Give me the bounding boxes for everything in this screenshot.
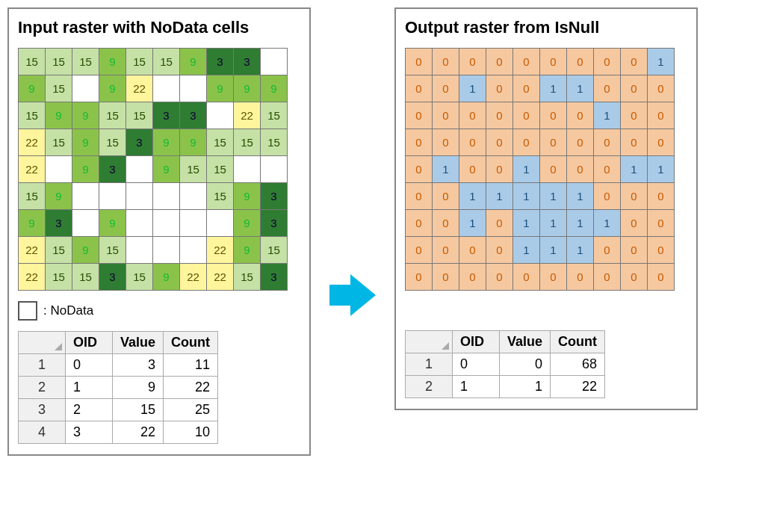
raster-cell: 9 xyxy=(72,237,99,263)
raster-cell xyxy=(180,237,206,263)
raster-cell: 9 xyxy=(153,156,179,182)
raster-cell: 9 xyxy=(46,102,72,129)
raster-cell: 0 xyxy=(406,129,432,155)
table-row: 321525 xyxy=(19,399,218,421)
raster-cell: 0 xyxy=(486,156,512,182)
raster-cell xyxy=(153,210,179,236)
raster-cell: 0 xyxy=(406,156,432,182)
raster-cell: 0 xyxy=(433,264,459,290)
input-attribute-table: OIDValueCount1031121922321525432210 xyxy=(18,331,218,444)
raster-cell: 15 xyxy=(46,264,72,290)
raster-cell: 22 xyxy=(207,264,233,290)
row-number: 3 xyxy=(19,399,66,421)
raster-cell: 9 xyxy=(46,183,72,209)
raster-cell: 1 xyxy=(459,210,486,236)
raster-cell xyxy=(153,75,179,102)
arrow-icon xyxy=(329,271,376,319)
raster-cell: 15 xyxy=(234,129,260,155)
table-cell: 3 xyxy=(66,421,113,444)
raster-cell xyxy=(126,156,152,182)
raster-cell: 15 xyxy=(126,49,152,75)
raster-cell xyxy=(72,183,99,209)
raster-cell: 15 xyxy=(207,183,233,209)
raster-cell: 0 xyxy=(513,129,539,155)
raster-cell xyxy=(234,156,260,182)
raster-cell: 0 xyxy=(433,129,459,155)
raster-cell: 15 xyxy=(46,129,72,155)
raster-cell: 3 xyxy=(99,264,126,290)
table-cell: 22 xyxy=(113,421,164,444)
output-panel: Output raster from IsNull 00000000010010… xyxy=(394,7,698,410)
raster-cell xyxy=(180,210,206,236)
raster-cell: 0 xyxy=(540,264,566,290)
svg-marker-0 xyxy=(329,274,376,316)
raster-cell: 1 xyxy=(567,75,593,102)
raster-cell: 15 xyxy=(153,49,179,75)
diagram-wrap: Input raster with NoData cells 151515915… xyxy=(7,7,758,456)
raster-cell: 3 xyxy=(261,264,287,290)
raster-cell: 22 xyxy=(19,129,45,155)
raster-cell: 1 xyxy=(540,183,566,209)
table-cell: 1 xyxy=(66,377,113,399)
raster-cell: 0 xyxy=(594,264,620,290)
raster-cell: 0 xyxy=(621,49,647,75)
raster-cell xyxy=(126,237,152,263)
table-cell: 3 xyxy=(113,354,164,377)
raster-cell: 9 xyxy=(153,129,179,155)
raster-cell: 0 xyxy=(406,183,432,209)
raster-cell: 0 xyxy=(594,183,620,209)
raster-cell: 9 xyxy=(180,129,206,155)
raster-cell: 9 xyxy=(234,237,260,263)
raster-cell xyxy=(261,156,287,182)
raster-cell: 9 xyxy=(153,264,179,290)
raster-cell: 3 xyxy=(207,49,233,75)
table-cell: 0 xyxy=(453,353,500,376)
table-header: Count xyxy=(164,332,218,354)
table-cell: 11 xyxy=(164,354,218,377)
raster-cell: 9 xyxy=(234,210,260,236)
raster-cell: 0 xyxy=(594,156,620,182)
raster-cell: 0 xyxy=(567,156,593,182)
raster-cell: 0 xyxy=(567,49,593,75)
raster-cell xyxy=(153,237,179,263)
raster-cell: 15 xyxy=(99,102,126,129)
table-cell: 0 xyxy=(66,354,113,377)
output-attribute-table: OIDValueCount1006821122 xyxy=(405,330,605,398)
raster-cell: 15 xyxy=(261,129,287,155)
raster-cell: 0 xyxy=(459,156,486,182)
raster-cell: 0 xyxy=(486,75,512,102)
raster-cell: 15 xyxy=(180,156,206,182)
raster-cell: 0 xyxy=(567,129,593,155)
raster-cell xyxy=(72,75,99,102)
raster-cell: 1 xyxy=(648,49,674,75)
raster-cell: 1 xyxy=(459,183,486,209)
nodata-swatch xyxy=(18,301,37,321)
raster-cell: 0 xyxy=(648,237,674,263)
table-cell: 1 xyxy=(453,376,500,398)
input-raster-grid: 1515159151593391592299915991515332215221… xyxy=(18,48,288,291)
raster-cell: 1 xyxy=(459,75,486,102)
raster-cell: 0 xyxy=(513,49,539,75)
table-cell: 2 xyxy=(66,399,113,421)
raster-cell: 15 xyxy=(261,237,287,263)
raster-cell: 15 xyxy=(46,75,72,102)
raster-cell: 0 xyxy=(433,183,459,209)
table-header: Value xyxy=(500,331,551,353)
raster-cell: 0 xyxy=(433,237,459,263)
row-number: 1 xyxy=(406,353,453,376)
table-cell: 9 xyxy=(113,377,164,399)
nodata-label: : NoData xyxy=(43,303,93,318)
raster-cell: 9 xyxy=(99,75,126,102)
raster-cell: 9 xyxy=(234,183,260,209)
raster-cell: 22 xyxy=(19,156,45,182)
raster-cell xyxy=(207,102,233,129)
raster-cell: 0 xyxy=(406,210,432,236)
raster-cell: 3 xyxy=(180,102,206,129)
raster-cell: 0 xyxy=(594,129,620,155)
raster-cell: 0 xyxy=(621,237,647,263)
table-row: 21922 xyxy=(19,377,218,399)
raster-cell: 15 xyxy=(126,102,152,129)
raster-cell: 0 xyxy=(406,102,432,129)
raster-cell: 15 xyxy=(72,264,99,290)
raster-cell: 15 xyxy=(99,237,126,263)
